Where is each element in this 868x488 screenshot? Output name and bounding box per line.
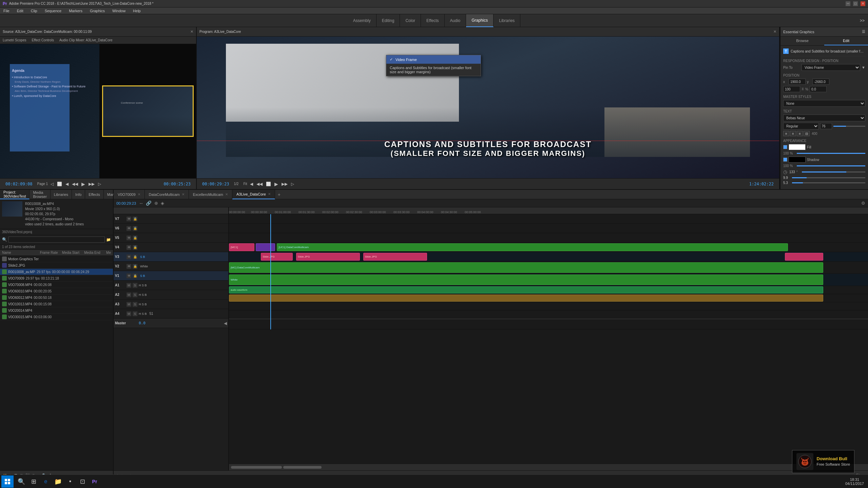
menu-graphics[interactable]: Graphics	[89, 8, 106, 14]
list-item[interactable]: Motion Graphics Template &	[0, 256, 113, 262]
workspace-color[interactable]: Color	[400, 14, 421, 27]
track-master[interactable]	[229, 319, 868, 329]
maximize-button[interactable]: □	[853, 1, 858, 6]
track-v7[interactable]	[229, 214, 868, 224]
list-item[interactable]: Slide2.JPG	[0, 262, 113, 269]
clip-block[interactable]	[229, 294, 823, 302]
workspace-assembly[interactable]: Assembly	[348, 14, 377, 27]
eg-size-slider[interactable]	[833, 126, 866, 127]
v3-eye-btn[interactable]: 👁	[127, 255, 131, 259]
eg-fill-opacity-slider[interactable]	[797, 153, 865, 154]
program-step-fwd[interactable]: ▷	[290, 181, 295, 187]
eg-align-right[interactable]: ≡	[797, 131, 803, 136]
list-item[interactable]: V0O30015.MP4 00:03:06:00	[0, 314, 113, 320]
a1-solo-btn[interactable]: S	[133, 283, 137, 288]
clip-block[interactable]: [UC1] DataCoreMulticam	[277, 243, 788, 251]
project-tab-media-browser[interactable]: Media Browser	[30, 190, 50, 199]
workspace-effects[interactable]: Effects	[421, 14, 444, 27]
program-play-fwd[interactable]: ▶▶	[281, 181, 288, 187]
taskbar-cmd[interactable]: ▪	[64, 476, 76, 487]
v2-eye-btn[interactable]: 👁	[127, 264, 131, 269]
eg-selected-item[interactable]: Captions and Subtitles for broadcast (sm…	[791, 49, 865, 53]
eg-shadow-color[interactable]	[789, 157, 806, 163]
timeline-tools[interactable]: ↔	[139, 201, 143, 206]
list-item[interactable]: V0O70008.MP4 00:00:26:08	[0, 282, 113, 288]
eg-align-left[interactable]: ≡	[783, 131, 789, 136]
project-tab-info[interactable]: Info	[72, 190, 85, 199]
track-v5[interactable]	[229, 233, 868, 243]
tab-effect-controls[interactable]: Effect Controls	[29, 38, 56, 43]
pin-option-captions[interactable]: Captions and Subtitles for broadcast (sm…	[386, 64, 481, 76]
eg-pin-to-select[interactable]: Video Frame	[802, 64, 860, 71]
taskbar-file-explorer[interactable]: 📁	[52, 476, 64, 487]
eg-font-family[interactable]: Bebas Neue	[783, 115, 865, 121]
clip-block[interactable]	[785, 253, 823, 261]
track-a2[interactable]	[229, 294, 868, 302]
project-tab-libraries[interactable]: Libraries	[51, 190, 72, 199]
close-button[interactable]: ✕	[861, 1, 865, 6]
eg-shadow-checkbox[interactable]	[783, 158, 787, 162]
eg-pin-expand[interactable]: ▼	[862, 65, 865, 69]
eg-shadow-dist-slider[interactable]	[792, 177, 865, 178]
a1-mute-btn[interactable]: M	[127, 283, 131, 288]
list-item[interactable]: V0O70009 29.97 fps 00:13:21:18	[0, 275, 113, 282]
timeline-link-btn[interactable]: 🔗	[146, 201, 152, 206]
workspace-more[interactable]: >>	[860, 18, 865, 23]
track-v2[interactable]: [MC] DataCoreMulticam	[229, 262, 868, 274]
a2-solo-btn[interactable]: S	[133, 292, 137, 297]
timeline-tab-2[interactable]: DataCoreMulticam ✕	[145, 190, 189, 199]
program-step-back[interactable]: ◀◀	[256, 181, 263, 187]
eg-tab-edit[interactable]: Edit	[824, 37, 868, 45]
eg-shadow-angle-slider[interactable]	[802, 171, 865, 172]
a2-mute-btn[interactable]: M	[127, 292, 131, 297]
minimize-button[interactable]: ─	[846, 1, 850, 6]
track-a4[interactable]	[229, 310, 868, 319]
timeline-add-tab[interactable]: +	[275, 192, 283, 197]
timeline-scroll-thumb[interactable]	[231, 466, 282, 469]
v4-eye-btn[interactable]: 👁	[127, 245, 131, 250]
clip-block[interactable]: [MC] DataCoreMulticam	[229, 262, 823, 273]
eg-panel-menu[interactable]: ☰	[862, 29, 865, 34]
taskbar-premiere[interactable]: Pr	[89, 476, 100, 487]
source-nav-prev[interactable]: ◁	[50, 181, 54, 187]
timeline-ruler[interactable]: 00:00:00:00 00:00:30:00 00:01:00:00 00:0…	[229, 207, 868, 214]
a4-mute-btn[interactable]: M	[127, 311, 131, 316]
track-v1[interactable]: White	[229, 274, 868, 286]
source-play[interactable]: ▶	[81, 181, 86, 187]
v2-lock-btn[interactable]: 🔒	[133, 264, 137, 269]
v1-eye-btn[interactable]: 👁	[127, 273, 131, 278]
source-step-back[interactable]: ⬜	[56, 181, 63, 187]
v7-eye-btn[interactable]: 👁	[127, 217, 131, 221]
eg-shadow-opacity-slider[interactable]	[797, 165, 865, 166]
v4-lock-btn[interactable]: 🔒	[133, 245, 137, 250]
timeline-snap-btn[interactable]: ⊕	[154, 201, 158, 206]
pin-option-video-frame[interactable]: ✓ Video Frame	[386, 55, 481, 64]
eg-scale-x[interactable]	[783, 86, 800, 92]
clip-block[interactable]: White	[229, 274, 823, 285]
tab-audio-clip-mixer[interactable]: Audio Clip Mixer: A3Live_DataCore	[57, 38, 115, 43]
taskbar-app1[interactable]: ⊡	[77, 476, 88, 487]
menu-sequence[interactable]: Sequence	[43, 8, 63, 14]
taskbar-ie[interactable]: e	[40, 476, 52, 487]
track-v3[interactable]: Slide.JPG Slide.JPG Slide.JPG	[229, 252, 868, 262]
v1-lock-btn[interactable]: 🔒	[133, 273, 137, 278]
timeline-scroll-thumb-right[interactable]	[283, 466, 322, 469]
source-play-back[interactable]: ◀	[65, 181, 69, 187]
list-item[interactable]: V0O10013.MP4 00:00:15:08	[0, 301, 113, 307]
clip-block[interactable]: Slide.JPG	[261, 253, 293, 261]
v6-eye-btn[interactable]: 👁	[127, 226, 131, 231]
eg-fill-checkbox[interactable]	[783, 145, 787, 149]
eg-y-value[interactable]	[812, 79, 829, 85]
program-play-back[interactable]: ◀	[249, 181, 254, 187]
eg-justify[interactable]: ⊟	[804, 131, 810, 136]
v3-lock-btn[interactable]: 🔒	[133, 255, 137, 259]
taskbar-search[interactable]: 🔍	[16, 476, 27, 487]
program-stop[interactable]: ⬜	[265, 181, 272, 187]
eg-x-value[interactable]	[789, 79, 806, 85]
menu-help[interactable]: Help	[132, 8, 142, 14]
track-a1[interactable]: audio waveform	[229, 286, 868, 294]
eg-tab-browse[interactable]: Browse	[780, 37, 824, 45]
source-step-fwd[interactable]: ▷	[97, 181, 102, 187]
track-a3[interactable]	[229, 302, 868, 310]
track-v4[interactable]: [MC1] [UC1] DataCoreMulticam	[229, 243, 868, 252]
